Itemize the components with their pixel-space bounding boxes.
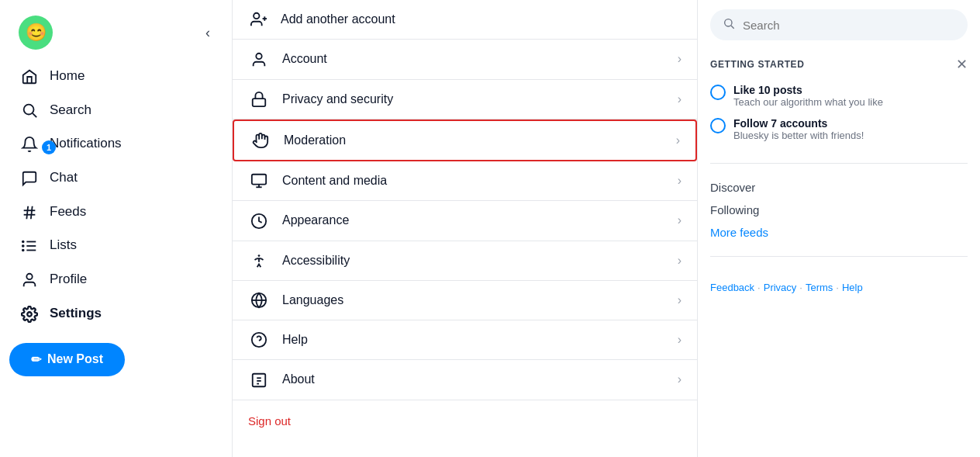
- sidebar-item-search-label: Search: [50, 102, 91, 118]
- svg-point-12: [26, 274, 32, 279]
- sidebar-item-feeds-label: Feeds: [50, 204, 86, 220]
- new-post-label: New Post: [47, 352, 103, 366]
- divider-2: [710, 256, 968, 257]
- svg-point-13: [27, 312, 32, 317]
- avatar[interactable]: 😊: [19, 16, 53, 50]
- settings-item-content[interactable]: Content and media ›: [233, 161, 697, 201]
- task-circle-like: [710, 85, 726, 100]
- sidebar-item-notifications[interactable]: 1 Notifications: [9, 126, 223, 161]
- settings-panel: Add another account Account › Privacy an…: [233, 0, 698, 457]
- chevron-right-icon: ›: [678, 293, 682, 307]
- settings-item-appearance[interactable]: Appearance ›: [233, 201, 697, 241]
- settings-item-help-label: Help: [282, 333, 308, 347]
- new-post-icon: ✏: [31, 352, 41, 367]
- search-box[interactable]: [710, 9, 968, 40]
- sidebar-item-lists[interactable]: Lists: [9, 229, 223, 263]
- settings-item-moderation[interactable]: Moderation ›: [233, 119, 697, 161]
- sidebar-item-search[interactable]: Search: [9, 93, 223, 127]
- settings-item-accessibility[interactable]: Accessibility ›: [233, 241, 697, 281]
- chevron-right-icon: ›: [678, 174, 682, 188]
- close-getting-started-button[interactable]: ✕: [956, 56, 968, 73]
- svg-line-4: [26, 206, 28, 219]
- lists-icon: [20, 237, 39, 255]
- search-input[interactable]: [743, 19, 955, 32]
- chevron-right-icon: ›: [676, 133, 680, 147]
- feed-following[interactable]: Following: [710, 199, 968, 221]
- settings-item-privacy-label: Privacy and security: [282, 92, 393, 106]
- right-panel: GETTING STARTED ✕ Like 10 posts Teach ou…: [698, 0, 980, 457]
- settings-item-account[interactable]: Account ›: [233, 40, 697, 79]
- svg-line-5: [31, 206, 33, 219]
- task-follow-accounts: Follow 7 accounts Bluesky is better with…: [710, 117, 968, 141]
- home-icon: [20, 67, 39, 85]
- svg-line-32: [731, 26, 734, 29]
- svg-line-1: [33, 114, 36, 118]
- svg-point-10: [22, 245, 24, 247]
- settings-icon: [20, 304, 39, 323]
- sidebar-item-chat[interactable]: Chat: [9, 161, 223, 195]
- notification-badge: 1: [42, 140, 56, 154]
- chevron-right-icon: ›: [678, 333, 682, 347]
- sidebar-item-home[interactable]: Home: [9, 59, 223, 93]
- settings-item-privacy[interactable]: Privacy and security ›: [233, 80, 697, 119]
- settings-item-content-label: Content and media: [282, 174, 387, 188]
- svg-point-31: [725, 19, 732, 26]
- task-follow-title: Follow 7 accounts: [733, 117, 864, 130]
- chevron-right-icon: ›: [678, 92, 682, 106]
- footer-links: Feedback · Privacy · Terms · Help: [710, 282, 968, 293]
- sidebar-item-settings[interactable]: Settings: [9, 296, 223, 331]
- search-icon: [20, 101, 39, 119]
- svg-point-22: [258, 254, 261, 257]
- task-like-desc: Teach our algorithm what you like: [733, 96, 883, 108]
- getting-started-title: GETTING STARTED: [710, 59, 804, 70]
- sidebar-item-profile-label: Profile: [50, 272, 87, 287]
- sidebar-item-profile[interactable]: Profile: [9, 262, 223, 296]
- task-like-posts: Like 10 posts Teach our algorithm what y…: [710, 84, 968, 108]
- add-account-icon: [248, 11, 270, 28]
- sidebar-item-feeds[interactable]: Feeds: [9, 195, 223, 229]
- lock-icon: [248, 91, 270, 108]
- about-icon: [248, 371, 270, 388]
- footer-help-link[interactable]: Help: [842, 282, 863, 293]
- settings-item-about[interactable]: About ›: [233, 360, 697, 400]
- content-icon: [248, 172, 270, 189]
- task-like-title: Like 10 posts: [733, 84, 883, 96]
- footer-feedback-link[interactable]: Feedback: [710, 282, 754, 293]
- svg-rect-19: [252, 175, 266, 185]
- bell-icon: 1: [20, 134, 39, 153]
- divider-1: [710, 163, 968, 164]
- sign-out-button[interactable]: Sign out: [233, 400, 697, 441]
- add-account-row[interactable]: Add another account: [233, 0, 697, 40]
- svg-point-14: [254, 13, 259, 19]
- settings-item-languages[interactable]: Languages ›: [233, 281, 697, 320]
- task-circle-follow: [710, 118, 726, 133]
- chevron-right-icon: ›: [678, 213, 682, 227]
- getting-started-header: GETTING STARTED ✕: [710, 56, 968, 73]
- feed-more[interactable]: More feeds: [710, 221, 968, 244]
- help-icon: [248, 331, 270, 348]
- settings-item-moderation-label: Moderation: [284, 133, 346, 147]
- svg-rect-18: [253, 99, 266, 106]
- sidebar-item-lists-label: Lists: [50, 237, 77, 253]
- feed-discover[interactable]: Discover: [710, 176, 968, 199]
- sidebar-item-notifications-label: Notifications: [50, 136, 122, 151]
- footer-privacy-link[interactable]: Privacy: [764, 282, 797, 293]
- chevron-right-icon: ›: [678, 254, 682, 268]
- chat-icon: [20, 168, 39, 187]
- footer-terms-link[interactable]: Terms: [806, 282, 833, 293]
- chevron-right-icon: ›: [678, 52, 682, 66]
- new-post-button[interactable]: ✏ New Post: [9, 343, 125, 376]
- search-icon: [723, 17, 735, 33]
- profile-icon: [20, 270, 39, 289]
- collapse-button[interactable]: ‹: [202, 22, 213, 44]
- appearance-icon: [248, 212, 270, 229]
- svg-point-17: [256, 53, 261, 58]
- sidebar-item-settings-label: Settings: [50, 306, 102, 321]
- languages-icon: [248, 292, 270, 309]
- sidebar-item-home-label: Home: [50, 68, 85, 84]
- svg-point-11: [22, 250, 24, 251]
- svg-point-0: [24, 105, 34, 115]
- settings-item-help[interactable]: Help ›: [233, 320, 697, 360]
- chevron-right-icon: ›: [678, 372, 682, 386]
- settings-item-about-label: About: [282, 372, 315, 386]
